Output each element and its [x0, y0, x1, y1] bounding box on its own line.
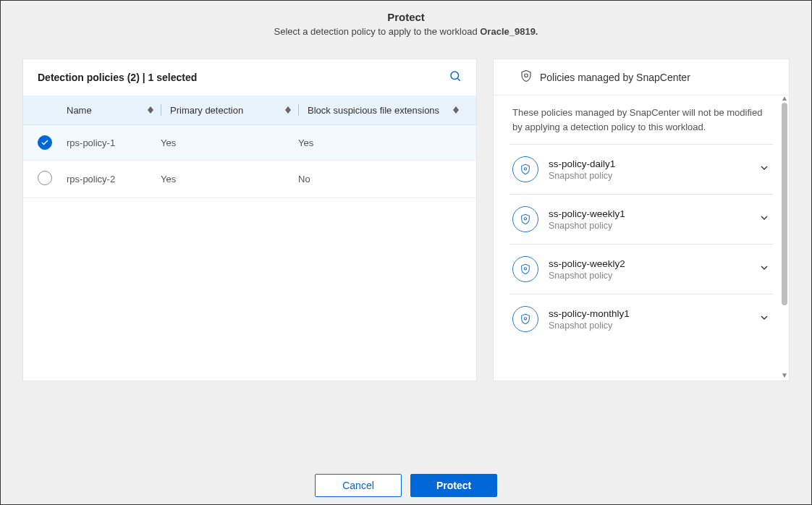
cell-primary: Yes [161, 137, 176, 148]
chevron-down-icon[interactable] [758, 162, 770, 177]
managed-panel-desc: These policies managed by SnapCenter wil… [509, 106, 773, 134]
cell-primary: Yes [161, 174, 176, 184]
scroll-down-icon[interactable]: ▼ [781, 371, 788, 379]
svg-point-0 [451, 72, 459, 80]
cell-name: rps-policy-2 [67, 174, 115, 184]
svg-point-10 [524, 218, 526, 220]
column-header-primary[interactable]: Primary detection [170, 105, 243, 116]
cell-name: rps-policy-1 [67, 137, 115, 148]
page-subtitle: Select a detection policy to apply to th… [1, 26, 811, 37]
svg-line-1 [457, 78, 460, 80]
column-header-name[interactable]: Name [67, 105, 92, 116]
chevron-down-icon[interactable] [758, 212, 770, 226]
sort-icon[interactable] [148, 106, 153, 114]
chevron-down-icon[interactable] [758, 262, 770, 276]
policy-sub: Snapshot policy [549, 321, 748, 331]
policy-name: ss-policy-weekly1 [549, 208, 748, 219]
policy-name: ss-policy-weekly2 [549, 258, 748, 269]
policy-item[interactable]: ss-policy-weekly1 Snapshot policy [509, 194, 773, 244]
table-header-row: Name Primary detection Block suspicious … [23, 96, 476, 125]
sort-icon[interactable] [453, 106, 459, 114]
managed-panel-title: Policies managed by SnapCenter [540, 72, 690, 83]
svg-point-11 [524, 268, 526, 270]
svg-marker-7 [453, 110, 459, 114]
detection-policies-panel: Detection policies (2) | 1 selected Name… [22, 59, 477, 381]
cell-block: No [298, 174, 310, 184]
policy-sub: Snapshot policy [549, 271, 748, 281]
policy-sub: Snapshot policy [549, 171, 748, 181]
row-radio[interactable] [38, 171, 52, 185]
svg-point-12 [524, 318, 526, 320]
row-radio[interactable] [38, 135, 52, 150]
subtitle-prefix: Select a detection policy to apply to th… [274, 26, 481, 37]
detection-panel-title: Detection policies (2) | 1 selected [38, 72, 197, 83]
shield-badge-icon [512, 206, 538, 232]
policy-item[interactable]: ss-policy-daily1 Snapshot policy [509, 144, 773, 194]
page-title: Protect [1, 11, 811, 23]
chevron-down-icon[interactable] [758, 312, 770, 326]
sort-icon[interactable] [285, 106, 291, 114]
shield-badge-icon [512, 256, 538, 282]
shield-badge-icon [512, 156, 538, 182]
workload-name: Oracle_9819. [480, 26, 538, 37]
cell-block: Yes [298, 137, 313, 148]
svg-marker-5 [285, 110, 291, 114]
svg-point-9 [524, 168, 526, 170]
search-icon[interactable] [449, 69, 462, 85]
policy-sub: Snapshot policy [549, 221, 748, 231]
column-header-block[interactable]: Block suspicious file extensions [308, 105, 439, 116]
policy-name: ss-policy-monthly1 [549, 308, 748, 319]
policy-item[interactable]: ss-policy-weekly2 Snapshot policy [509, 244, 773, 294]
protect-button[interactable]: Protect [410, 474, 497, 497]
table-row[interactable]: rps-policy-1 Yes Yes [23, 125, 476, 161]
shield-badge-icon [512, 306, 538, 332]
svg-marker-3 [148, 110, 153, 114]
policy-item[interactable]: ss-policy-monthly1 Snapshot policy [509, 294, 773, 344]
policy-name: ss-policy-daily1 [549, 158, 748, 169]
scrollbar-thumb[interactable] [782, 103, 787, 305]
shield-icon [520, 69, 533, 85]
scrollbar[interactable] [782, 103, 787, 375]
table-row[interactable]: rps-policy-2 Yes No [23, 161, 476, 198]
cancel-button[interactable]: Cancel [315, 474, 402, 497]
managed-policies-panel: Policies managed by SnapCenter ▲ These p… [493, 59, 790, 381]
svg-point-8 [525, 74, 528, 77]
